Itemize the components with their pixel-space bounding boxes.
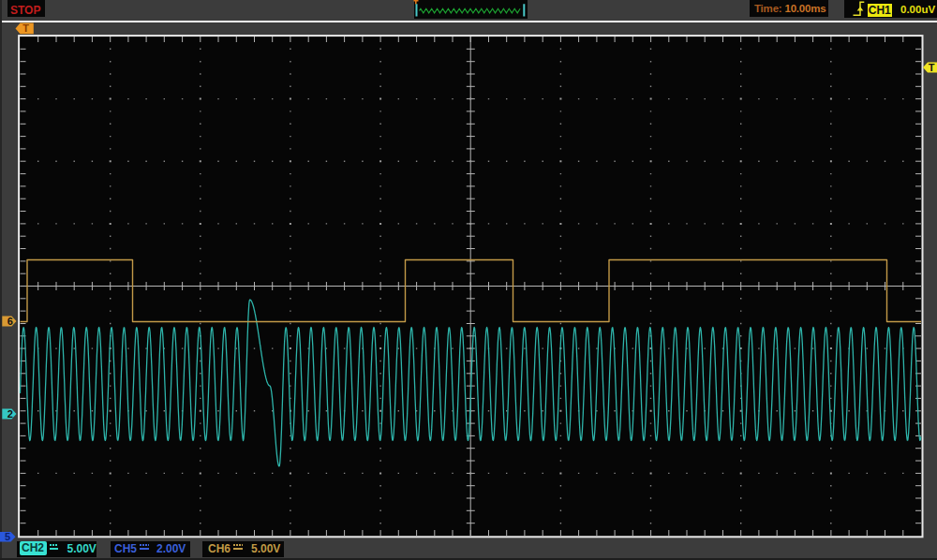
svg-text:6: 6: [7, 316, 13, 327]
svg-text:5: 5: [5, 531, 10, 542]
svg-text:2: 2: [7, 408, 13, 420]
svg-text:T: T: [22, 22, 29, 34]
svg-text:T: T: [929, 62, 935, 73]
